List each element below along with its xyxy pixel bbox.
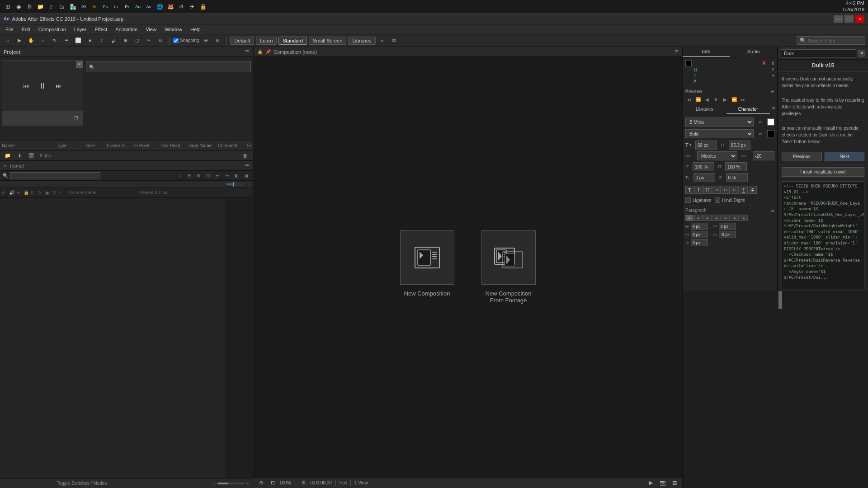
comp-quality-icon[interactable]: ⊗ xyxy=(299,478,309,488)
pen-tool-icon[interactable]: ✒ xyxy=(61,36,71,46)
menu-file[interactable]: File xyxy=(2,26,17,33)
premiere-icon[interactable]: Pr xyxy=(123,3,131,11)
align-left-btn[interactable]: ≡ xyxy=(685,215,693,221)
timeline-menu-icon[interactable]: ☰ xyxy=(245,163,249,168)
preview-first-frame[interactable]: ⏮ xyxy=(685,96,693,103)
style-btn-allcaps[interactable]: TT xyxy=(703,186,712,194)
panels-icon[interactable]: ⧉ xyxy=(389,36,399,46)
clone-tool-icon[interactable]: ⊕ xyxy=(120,36,130,46)
tab-character[interactable]: Character xyxy=(726,105,770,114)
select-tool-icon[interactable]: ↖ xyxy=(50,36,60,46)
tl-tool-6[interactable]: ↪ xyxy=(223,172,231,180)
comp-snapshot-icon[interactable]: 📷 xyxy=(658,478,668,488)
menu-window[interactable]: Window xyxy=(161,26,186,33)
style-edit-icon[interactable]: ✏ xyxy=(755,129,765,139)
workspace-default[interactable]: Default xyxy=(230,37,254,45)
close-button[interactable]: ✕ xyxy=(855,15,864,23)
preview-play-prev[interactable]: ◀ xyxy=(703,96,711,103)
timeline-close-icon[interactable]: ✕ xyxy=(4,164,7,168)
style-btn-underline[interactable]: T xyxy=(740,186,748,194)
tl-zoom-in[interactable]: + xyxy=(246,481,249,486)
menu-view[interactable]: View xyxy=(142,26,160,33)
menu-animation[interactable]: Animation xyxy=(112,26,141,33)
store-icon[interactable]: 🏪 xyxy=(69,3,77,11)
menu-composition[interactable]: Composition xyxy=(35,26,70,33)
roto-tool-icon[interactable]: ⌖ xyxy=(144,36,154,46)
tl-tool-1[interactable]: ↕ xyxy=(175,172,184,180)
hand-tool-icon[interactable]: ✋ xyxy=(26,36,36,46)
preview-play-pause[interactable]: ⏸ xyxy=(712,96,720,103)
home-icon[interactable]: ⌂ xyxy=(3,36,13,46)
space-after-input[interactable] xyxy=(719,231,736,238)
style-btn-smallcaps[interactable]: Tr xyxy=(712,186,721,194)
delete-icon[interactable]: 🗑 xyxy=(240,151,250,161)
start-icon[interactable]: ⊞ xyxy=(4,3,12,11)
line-height-input[interactable] xyxy=(729,141,750,150)
style-btn-super[interactable]: T↑ xyxy=(722,186,730,194)
align-justify-center-btn[interactable]: ≡ xyxy=(722,215,730,221)
brush-tool-icon[interactable]: 🖌 xyxy=(108,36,118,46)
orbit-icon[interactable]: ○ xyxy=(38,36,48,46)
libs-char-menu[interactable]: ☰ xyxy=(770,105,777,114)
tsume-input[interactable] xyxy=(726,173,748,182)
lightroom-icon[interactable]: Lr xyxy=(112,3,120,11)
import-icon[interactable]: ⬇ xyxy=(14,151,24,161)
duik-code-area[interactable]: <!-- BEGIN DUIK PSEUDO EFFECTS v15.01 --… xyxy=(782,181,864,289)
explorer-icon[interactable]: 📁 xyxy=(36,3,44,11)
align-right-btn[interactable]: ≡ xyxy=(703,215,712,221)
menu-layer[interactable]: Layer xyxy=(71,26,90,33)
scale-v-input[interactable] xyxy=(725,162,747,171)
new-folder-icon[interactable]: 📁 xyxy=(3,151,13,161)
audition-icon[interactable]: Au xyxy=(134,3,142,11)
duik-next-button[interactable]: Next xyxy=(825,152,865,161)
kerning-type-select[interactable]: Metrics xyxy=(697,151,737,160)
tab-libraries[interactable]: Libraries xyxy=(683,105,726,114)
tl-tool-3[interactable]: ⊗ xyxy=(194,172,203,180)
project-search[interactable]: 🔍 xyxy=(86,61,251,72)
new-composition-option[interactable]: New Composition xyxy=(400,230,454,297)
ligatures-checkbox[interactable] xyxy=(685,197,691,203)
transport-start-button[interactable]: ⏮ xyxy=(21,80,32,91)
workspace-libraries[interactable]: Libraries xyxy=(348,37,375,45)
font-color-swatch[interactable] xyxy=(767,118,774,126)
search-taskbar-icon[interactable]: ◉ xyxy=(14,3,23,11)
color-depth[interactable]: 8 bpc xyxy=(40,153,51,158)
workspace-more-icon[interactable]: » xyxy=(377,36,387,46)
preview-menu-icon[interactable]: ☰ xyxy=(771,89,774,94)
transport-end-button[interactable]: ⏭ xyxy=(53,80,64,91)
project-panel-menu[interactable]: ☰ xyxy=(245,49,249,54)
tab-info[interactable]: Info xyxy=(683,47,730,57)
shape-tool-icon[interactable]: ★ xyxy=(85,36,95,46)
tl-tool-2[interactable]: ⊕ xyxy=(185,172,193,180)
tl-zoom-out[interactable]: − xyxy=(213,481,216,486)
duik-search-close[interactable]: ✕ xyxy=(858,50,865,57)
magnet-icon[interactable]: ⊕ xyxy=(201,36,211,46)
search-help-input[interactable] xyxy=(808,38,862,43)
play-icon[interactable]: ▶ xyxy=(14,36,24,46)
comp-grid-icon[interactable]: ⊕ xyxy=(256,478,266,488)
align-justify-all-btn[interactable]: ≡ xyxy=(740,215,748,221)
tl-tool-4[interactable]: ⊡ xyxy=(204,172,212,180)
task-view-icon[interactable]: ⎘ xyxy=(25,3,33,11)
chrome-icon[interactable]: 🌐 xyxy=(156,3,164,11)
comp-resolution[interactable]: Full xyxy=(340,480,347,485)
menu-edit[interactable]: Edit xyxy=(18,26,34,33)
comp-render-icon[interactable]: ▶ xyxy=(646,478,656,488)
workspace-smallscreen[interactable]: Small Screen xyxy=(309,37,346,45)
comp-zoom[interactable]: 100% xyxy=(279,480,291,485)
indent-right-input[interactable] xyxy=(691,231,708,238)
mail-icon[interactable]: ✉ xyxy=(80,3,88,11)
style-btn-strikethrough[interactable]: T xyxy=(749,186,757,194)
baseline-shift-input[interactable] xyxy=(693,173,715,182)
comp-header-menu[interactable]: ☰ xyxy=(675,49,679,54)
eraser-tool-icon[interactable]: ◻ xyxy=(132,36,142,46)
style-btn-italic[interactable]: T xyxy=(694,186,703,194)
photoshop-icon[interactable]: Ps xyxy=(101,3,109,11)
align-justify-left-btn[interactable]: ≡ xyxy=(712,215,721,221)
style-btn-bold[interactable]: T xyxy=(685,186,693,194)
tl-tool-5[interactable]: ↩ xyxy=(213,172,222,180)
edge-icon[interactable]: e xyxy=(47,3,55,11)
lock-icon[interactable]: 🔒 xyxy=(199,3,207,11)
view-options-icon[interactable]: ⊗ xyxy=(212,36,222,46)
tl-switches-modes[interactable]: Toggle Switches / Modes xyxy=(57,481,107,486)
